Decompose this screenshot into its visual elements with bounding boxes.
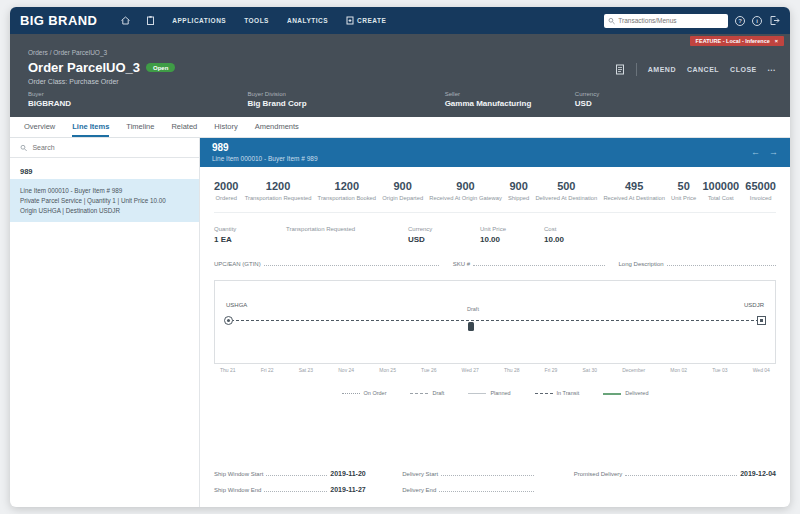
field-leader bbox=[441, 475, 534, 476]
order-actions: AMEND CANCEL CLOSE ••• bbox=[615, 63, 776, 76]
order-header: FEATURE - Local - Inference × Orders / O… bbox=[10, 34, 790, 117]
legend-label: On Order bbox=[364, 390, 387, 397]
metric-value: 500 bbox=[535, 180, 597, 192]
date-row-2: Ship Window End2019-11-27 Delivery End bbox=[214, 486, 776, 493]
metrics-row: 2000Ordered 1200Transportation Requested… bbox=[214, 180, 776, 213]
long-description-field[interactable]: Long Description bbox=[619, 261, 776, 267]
tab-bar: Overview Line Items Timeline Related His… bbox=[10, 117, 790, 138]
signout-icon[interactable] bbox=[769, 15, 780, 26]
list-search[interactable] bbox=[10, 138, 199, 158]
metric-value: 900 bbox=[382, 180, 423, 192]
metric-total-cost: 100000Total Cost bbox=[702, 180, 739, 201]
metric-label: Ordered bbox=[214, 195, 238, 201]
line-item-detail-panel: 989 Line Item 000010 - Buyer Item # 989 … bbox=[200, 138, 790, 507]
detail-value: USD bbox=[408, 235, 480, 244]
breadcrumb[interactable]: Orders / Order ParcelUO_3 bbox=[10, 47, 790, 59]
metric-value: 50 bbox=[671, 180, 696, 192]
field-buyer-division-value: Big Brand Corp bbox=[247, 99, 444, 108]
amend-button[interactable]: AMEND bbox=[648, 66, 676, 73]
metric-value: 1200 bbox=[318, 180, 376, 192]
detail-transportation-requested: Transportation Requested bbox=[286, 226, 408, 244]
promised-delivery-field[interactable]: Promised Delivery2019-12-04 bbox=[574, 470, 776, 477]
pager: ← → bbox=[751, 147, 778, 157]
detail-cost: Cost10.00 bbox=[544, 226, 608, 244]
draft-marker-icon[interactable] bbox=[468, 322, 474, 331]
ship-window-end-label: Ship Window End bbox=[214, 487, 261, 493]
metric-transportation-booked: 1200Transportation Booked bbox=[318, 180, 376, 201]
detail-value bbox=[286, 235, 408, 243]
line-items-list-panel: 989 Line Item 000010 - Buyer Item # 989 … bbox=[10, 138, 200, 507]
help-icon[interactable]: ? bbox=[735, 16, 745, 26]
axis-tick: Sat 23 bbox=[299, 367, 313, 373]
menu-tools[interactable]: TOOLS bbox=[244, 17, 269, 24]
field-leader bbox=[264, 265, 439, 266]
timeline-legend: On Order Draft Planned In Transit Delive… bbox=[214, 390, 776, 397]
global-search-input[interactable] bbox=[618, 17, 724, 24]
delivery-start-field[interactable]: Delivery Start bbox=[402, 470, 537, 477]
shipment-timeline-chart: USHGA USDJR Draft bbox=[214, 280, 776, 364]
next-item-icon[interactable]: → bbox=[769, 147, 778, 157]
legend-line-sample bbox=[410, 393, 428, 394]
tab-timeline[interactable]: Timeline bbox=[126, 122, 154, 137]
menu-applications[interactable]: APPLICATIONS bbox=[172, 17, 226, 24]
metric-value: 65000 bbox=[745, 180, 776, 192]
close-button[interactable]: CLOSE bbox=[730, 66, 757, 73]
ship-window-end-value: 2019-11-27 bbox=[330, 486, 365, 493]
detail-label: Transportation Requested bbox=[286, 226, 408, 232]
menu-create-label: CREATE bbox=[357, 17, 386, 24]
axis-tick: Fri 29 bbox=[545, 367, 558, 373]
global-search[interactable] bbox=[604, 14, 728, 28]
ship-window-end-field[interactable]: Ship Window End2019-11-27 bbox=[214, 486, 366, 493]
cancel-button[interactable]: CANCEL bbox=[687, 66, 719, 73]
feature-badge-close-icon[interactable]: × bbox=[775, 38, 778, 44]
axis-tick: December bbox=[622, 367, 645, 373]
sku-field[interactable]: SKU # bbox=[453, 261, 605, 267]
axis-tick: Tue 26 bbox=[421, 367, 436, 373]
search-icon bbox=[20, 144, 27, 152]
metric-label: Delivered At Destination bbox=[535, 195, 597, 201]
field-seller-label: Seller bbox=[445, 91, 575, 97]
legend-draft: Draft bbox=[410, 390, 444, 397]
document-icon[interactable] bbox=[615, 64, 625, 75]
detail-title: 989 bbox=[212, 142, 318, 153]
metric-received-destination: 495Received At Destination bbox=[603, 180, 665, 201]
delivery-end-field[interactable]: Delivery End bbox=[402, 486, 537, 493]
detail-body: 2000Ordered 1200Transportation Requested… bbox=[200, 167, 790, 507]
metric-label: Transportation Requested bbox=[245, 195, 312, 201]
menu-applications-label: APPLICATIONS bbox=[172, 17, 226, 24]
line-item-card-selected[interactable]: Line Item 000010 - Buyer Item # 989 Priv… bbox=[10, 179, 199, 222]
upc-ean-field[interactable]: UPC/EAN (GTIN) bbox=[214, 261, 439, 267]
order-class: Order Class: Purchase Order bbox=[28, 78, 175, 85]
more-actions-icon[interactable]: ••• bbox=[768, 67, 776, 73]
clipboard-icon[interactable] bbox=[145, 15, 156, 26]
legend-label: In Transit bbox=[557, 390, 580, 397]
origin-label: USHGA bbox=[226, 302, 247, 308]
create-doc-icon bbox=[346, 16, 354, 25]
metric-transportation-requested: 1200Transportation Requested bbox=[245, 180, 312, 201]
metric-origin-departed: 900Origin Departed bbox=[382, 180, 423, 201]
info-icon[interactable]: i bbox=[752, 16, 762, 26]
field-leader bbox=[439, 491, 534, 492]
tab-overview[interactable]: Overview bbox=[24, 122, 55, 137]
metric-label: Received At Destination bbox=[603, 195, 665, 201]
date-fields: Ship Window Start2019-11-20 Delivery Sta… bbox=[214, 461, 776, 507]
menu-create[interactable]: CREATE bbox=[346, 16, 386, 25]
field-leader bbox=[625, 475, 737, 476]
metric-label: Received At Origin Gateway bbox=[429, 195, 502, 201]
field-leader bbox=[266, 475, 327, 476]
tab-line-items[interactable]: Line Items bbox=[72, 122, 109, 137]
tab-history[interactable]: History bbox=[214, 122, 237, 137]
origin-marker-icon bbox=[224, 316, 233, 325]
ship-window-start-field[interactable]: Ship Window Start2019-11-20 bbox=[214, 470, 366, 477]
prev-item-icon[interactable]: ← bbox=[751, 147, 760, 157]
divider bbox=[636, 63, 637, 76]
promised-delivery-label: Promised Delivery bbox=[574, 471, 623, 477]
tab-amendments[interactable]: Amendments bbox=[255, 122, 299, 137]
home-icon[interactable] bbox=[120, 15, 131, 26]
tab-related[interactable]: Related bbox=[171, 122, 197, 137]
menu-analytics[interactable]: ANALYTICS bbox=[287, 17, 328, 24]
detail-title-block: 989 Line Item 000010 - Buyer Item # 989 bbox=[212, 142, 318, 162]
field-leader bbox=[264, 491, 327, 492]
order-title-line: Order ParcelUO_3 Open bbox=[28, 60, 175, 75]
list-search-input[interactable] bbox=[32, 144, 189, 151]
